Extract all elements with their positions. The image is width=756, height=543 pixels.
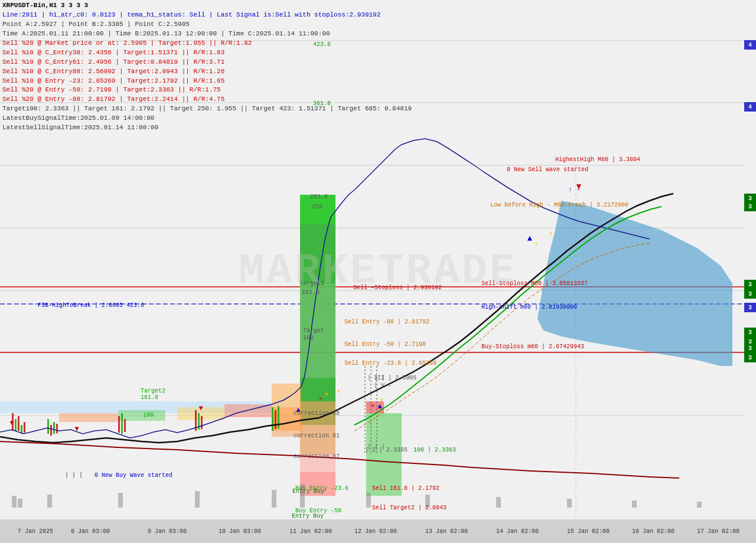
svg-rect-48 <box>195 491 200 508</box>
right-box-4-2: 4 <box>744 102 756 112</box>
svg-rect-41 <box>272 407 273 431</box>
svg-rect-52 <box>425 495 430 508</box>
svg-rect-37 <box>124 419 126 432</box>
svg-rect-22 <box>59 413 118 422</box>
time-label: 16 Jan 02:00 <box>632 528 674 535</box>
svg-text:★: ★ <box>535 240 538 247</box>
right-box-3-5: 3 <box>744 328 756 337</box>
svg-rect-55 <box>632 501 637 508</box>
svg-text:| | |: | | | <box>367 444 385 450</box>
right-box-4-top: 4 <box>744 40 756 50</box>
svg-rect-28 <box>18 416 19 431</box>
time-label: 7 Jan 2025 <box>18 528 53 535</box>
right-box-3-4: 3 <box>744 289 756 299</box>
svg-rect-36 <box>121 413 123 434</box>
svg-rect-13 <box>300 401 335 454</box>
svg-text:▼: ▼ <box>9 419 14 427</box>
svg-text:✕: ✕ <box>319 395 322 402</box>
svg-rect-42 <box>275 410 276 429</box>
svg-rect-49 <box>272 490 276 508</box>
svg-rect-53 <box>496 497 501 508</box>
time-axis: 7 Jan 20258 Jan 03:009 Jan 03:0010 Jan 0… <box>0 519 756 543</box>
svg-rect-45 <box>18 499 22 508</box>
svg-rect-40 <box>201 416 203 429</box>
right-box-3-7: 3 <box>744 344 756 353</box>
svg-rect-32 <box>50 425 52 436</box>
svg-text:▲: ▲ <box>377 403 382 411</box>
svg-text:↑: ↑ <box>568 186 572 194</box>
svg-rect-30 <box>24 422 25 433</box>
svg-rect-50 <box>300 484 305 508</box>
chart-container: MARKETRADE XRPUSDT-Bin,H1 3 3 3 3Line:29… <box>0 0 756 543</box>
time-label: 12 Jan 02:00 <box>354 528 397 535</box>
svg-text:▲: ▲ <box>527 234 533 243</box>
time-label: 13 Jan 02:00 <box>425 528 468 535</box>
svg-text:▼: ▼ <box>74 425 79 433</box>
svg-rect-46 <box>47 495 52 508</box>
time-label: 14 Jan 02:00 <box>496 528 539 535</box>
time-label: 11 Jan 02:00 <box>289 528 332 535</box>
svg-rect-47 <box>118 493 123 508</box>
right-box-3-3: 3 <box>744 280 756 289</box>
svg-text:↓: ↓ <box>576 183 581 192</box>
right-box-3-2: 3 <box>744 202 756 211</box>
svg-rect-20 <box>300 472 335 496</box>
svg-text:▲: ▲ <box>296 406 301 414</box>
svg-rect-18 <box>366 413 402 496</box>
svg-text:★: ★ <box>325 391 328 397</box>
svg-rect-34 <box>56 424 58 433</box>
time-label: 17 Jan 02:00 <box>697 528 739 535</box>
time-label: 15 Jan 02:00 <box>567 528 610 535</box>
time-label: 8 Jan 03:00 <box>71 528 110 535</box>
svg-rect-44 <box>12 496 17 508</box>
svg-rect-56 <box>697 502 702 508</box>
svg-text:★: ★ <box>549 230 553 237</box>
svg-rect-54 <box>567 499 572 508</box>
svg-rect-33 <box>53 422 55 434</box>
svg-rect-31 <box>47 419 49 434</box>
svg-text:★: ★ <box>337 388 340 394</box>
chart-svg: ▲ ▲ ▲ ▼ ▼ ▼ ▼ ★ ★ ★ ★ ★ ↓ ↑ ✕ ✕ | | | | … <box>0 0 744 519</box>
svg-rect-14 <box>300 283 335 378</box>
time-label: 9 Jan 03:00 <box>148 528 187 535</box>
svg-text:✕: ✕ <box>371 403 374 409</box>
svg-text:| | |: | | | <box>367 375 385 381</box>
right-box-3-blue: 3 <box>744 303 756 312</box>
svg-text:▼: ▼ <box>198 404 203 413</box>
svg-text:★: ★ <box>380 397 383 403</box>
svg-rect-35 <box>118 416 120 433</box>
right-box-3-8: 3 <box>744 353 756 362</box>
svg-rect-27 <box>15 419 17 431</box>
svg-text:| | |: | | | <box>65 472 83 479</box>
svg-rect-51 <box>366 493 371 508</box>
time-label: 10 Jan 03:00 <box>219 528 261 535</box>
